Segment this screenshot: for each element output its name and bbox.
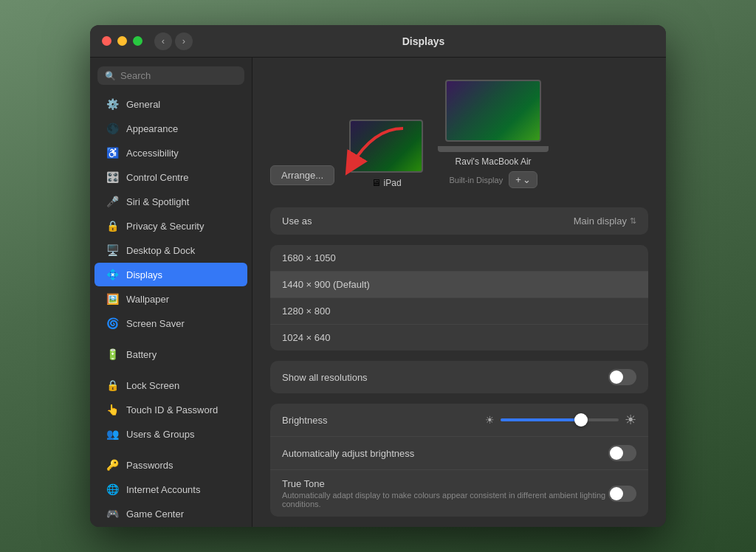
- sidebar-item-game-center[interactable]: 🎮Game Center: [94, 502, 247, 525]
- show-all-row: Show all resolutions: [270, 361, 648, 393]
- stepper-icon: ⇅: [630, 216, 636, 226]
- sidebar-item-label-game-center: Game Center: [126, 508, 184, 520]
- sidebar-item-touch-id[interactable]: 👆Touch ID & Password: [94, 398, 247, 421]
- traffic-lights: [102, 36, 142, 46]
- screen-saver-icon: 🌀: [105, 316, 120, 331]
- plus-icon: +: [515, 174, 521, 185]
- auto-brightness-row: Automatically adjust brightness: [270, 437, 648, 470]
- sidebar-item-label-internet-accounts: Internet Accounts: [126, 484, 200, 495]
- sidebar-item-label-touch-id: Touch ID & Password: [126, 404, 218, 415]
- sidebar-item-lock-screen[interactable]: 🔒Lock Screen: [94, 373, 247, 397]
- sidebar-item-label-desktop-dock: Desktop & Dock: [126, 245, 195, 256]
- resolution-item-0[interactable]: 1680 × 1050: [270, 245, 648, 272]
- sidebar-item-label-battery: Battery: [126, 349, 157, 360]
- system-preferences-window: ‹ › Displays 🔍 ⚙️General🌑Appearance♿Acce…: [90, 25, 666, 527]
- resolution-item-1[interactable]: 1440 × 900 (Default): [270, 272, 648, 298]
- window-title: Displays: [193, 35, 654, 47]
- sidebar-item-appearance[interactable]: 🌑Appearance: [94, 117, 247, 140]
- auto-brightness-toggle[interactable]: [608, 445, 636, 461]
- sidebar: 🔍 ⚙️General🌑Appearance♿Accessibility🎛️Co…: [90, 58, 252, 527]
- sidebar-item-label-screen-saver: Screen Saver: [126, 318, 185, 329]
- brightness-slider-container: ☀ ☀: [459, 412, 636, 428]
- macbook-base: [438, 146, 549, 152]
- brightness-thumb[interactable]: [574, 413, 588, 427]
- displays-area: Arrange... 🖥 iPad Ravi's MacBook Air Bui…: [270, 72, 648, 196]
- add-display-button[interactable]: + ⌄: [509, 171, 537, 188]
- true-tone-label: True Tone: [282, 478, 608, 489]
- ipad-screen-thumbnail: [349, 120, 423, 173]
- search-icon: 🔍: [105, 71, 116, 81]
- show-all-label: Show all resolutions: [282, 372, 608, 383]
- sidebar-item-general[interactable]: ⚙️General: [94, 92, 247, 116]
- resolution-value-2: 1280 × 800: [282, 306, 330, 317]
- sidebar-item-label-wallpaper: Wallpaper: [126, 294, 169, 305]
- displays-icon: 💠: [105, 267, 120, 282]
- sidebar-item-wallpaper[interactable]: 🖼️Wallpaper: [94, 287, 247, 311]
- search-input[interactable]: [120, 70, 237, 81]
- appearance-icon: 🌑: [105, 121, 120, 136]
- search-bar[interactable]: 🔍: [97, 66, 244, 85]
- siri-spotlight-icon: 🎤: [105, 194, 120, 209]
- sidebar-item-battery[interactable]: 🔋Battery: [94, 342, 247, 366]
- titlebar: ‹ › Displays: [90, 25, 666, 58]
- general-icon: ⚙️: [105, 97, 120, 111]
- wallpaper-icon: 🖼️: [105, 291, 120, 306]
- sidebar-item-screen-saver[interactable]: 🌀Screen Saver: [94, 311, 247, 335]
- maximize-button[interactable]: [133, 36, 142, 46]
- arrange-button[interactable]: Arrange...: [270, 165, 334, 185]
- passwords-icon: 🔑: [105, 458, 120, 472]
- sidebar-item-users-groups[interactable]: 👥Users & Groups: [94, 422, 247, 446]
- macbook-sublabel: Built-in Display: [449, 176, 503, 184]
- resolution-item-3[interactable]: 1024 × 640: [270, 325, 648, 351]
- auto-brightness-label: Automatically adjust brightness: [282, 448, 608, 459]
- true-tone-toggle[interactable]: [608, 486, 636, 502]
- brightness-fill: [501, 418, 581, 421]
- true-tone-sublabel: Automatically adapt display to make colo…: [282, 491, 608, 508]
- ipad-label: iPad: [384, 178, 402, 188]
- sidebar-item-privacy-security[interactable]: 🔒Privacy & Security: [94, 214, 247, 238]
- sidebar-item-accessibility[interactable]: ♿Accessibility: [94, 141, 247, 165]
- back-button[interactable]: ‹: [154, 32, 172, 50]
- sidebar-item-label-displays: Displays: [126, 269, 162, 280]
- sun-bright-icon: ☀: [625, 412, 636, 428]
- forward-button[interactable]: ›: [175, 32, 193, 50]
- use-as-section: Use as Main display ⇅: [270, 207, 648, 235]
- sidebar-item-label-appearance: Appearance: [126, 123, 178, 134]
- sidebar-item-control-centre[interactable]: 🎛️Control Centre: [94, 165, 247, 189]
- ipad-display: 🖥 iPad: [349, 120, 423, 188]
- sidebar-item-desktop-dock[interactable]: 🖥️Desktop & Dock: [94, 238, 247, 262]
- sidebar-item-siri-spotlight[interactable]: 🎤Siri & Spotlight: [94, 190, 247, 213]
- sidebar-item-internet-accounts[interactable]: 🌐Internet Accounts: [94, 477, 247, 501]
- resolution-item-2[interactable]: 1280 × 800: [270, 298, 648, 325]
- brightness-label: Brightness: [282, 415, 459, 426]
- content-area: 🔍 ⚙️General🌑Appearance♿Accessibility🎛️Co…: [90, 58, 666, 527]
- sidebar-item-label-control-centre: Control Centre: [126, 172, 189, 183]
- resolution-list: 1680 × 1050 1440 × 900 (Default) 1280 × …: [270, 245, 648, 351]
- monitor-icon: 🖥: [371, 177, 381, 188]
- sidebar-item-label-passwords: Passwords: [126, 460, 173, 471]
- show-all-section: Show all resolutions: [270, 361, 648, 393]
- show-all-toggle[interactable]: [608, 369, 636, 385]
- desktop-dock-icon: 🖥️: [105, 243, 120, 258]
- minimize-button[interactable]: [117, 36, 127, 46]
- resolution-value-3: 1024 × 640: [282, 332, 330, 343]
- sidebar-item-wallet-applepay[interactable]: 💳Wallet & Apple Pay: [94, 526, 247, 527]
- macbook-label: Ravi's MacBook Air: [456, 156, 532, 167]
- game-center-icon: 🎮: [105, 506, 120, 521]
- sidebar-item-label-siri-spotlight: Siri & Spotlight: [126, 196, 189, 207]
- close-button[interactable]: [102, 36, 111, 46]
- internet-accounts-icon: 🌐: [105, 482, 120, 497]
- battery-icon: 🔋: [105, 347, 120, 362]
- sidebar-item-displays[interactable]: 💠Displays: [94, 263, 247, 286]
- sidebar-item-label-accessibility: Accessibility: [126, 148, 179, 159]
- use-as-label: Use as: [282, 215, 574, 227]
- arrange-section: Arrange...: [270, 165, 334, 188]
- privacy-security-icon: 🔒: [105, 218, 120, 233]
- resolution-value-1: 1440 × 900 (Default): [282, 279, 370, 290]
- brightness-section: Brightness ☀ ☀ Automatically adjust brig…: [270, 404, 648, 517]
- resolution-value-0: 1680 × 1050: [282, 252, 336, 263]
- sidebar-item-passwords[interactable]: 🔑Passwords: [94, 453, 247, 477]
- users-groups-icon: 👥: [105, 427, 120, 441]
- use-as-value[interactable]: Main display ⇅: [574, 215, 636, 227]
- brightness-slider[interactable]: [501, 418, 619, 421]
